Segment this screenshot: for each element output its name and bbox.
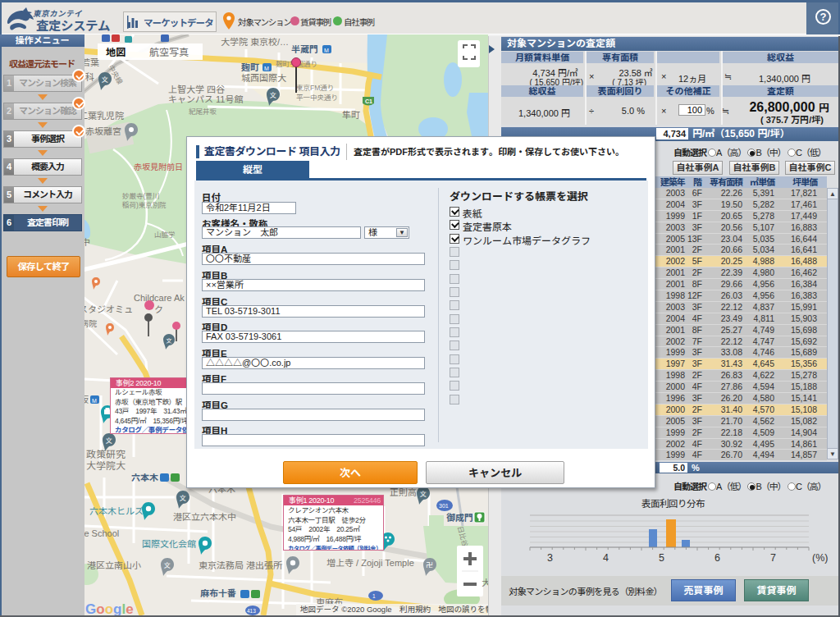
svg-text:二葉乳児院: 二葉乳児院	[84, 111, 124, 121]
svg-text:紀尾井坂: 紀尾井坂	[189, 107, 217, 116]
svg-text:隼町: 隼町	[342, 110, 360, 120]
svg-text:赤坂見附前日: 赤坂見附前日	[134, 162, 183, 171]
svg-text:六本木: 六本木	[131, 473, 158, 482]
svg-text:六本木ヒルズ: 六本木ヒルズ	[89, 506, 144, 516]
svg-text:正則高: 正則高	[390, 487, 417, 497]
svg-text:大: 大	[482, 578, 488, 587]
svg-text:東京FM通り: 東京FM通り	[296, 84, 334, 92]
svg-text:M: M	[92, 398, 97, 404]
svg-text:3: 3	[547, 552, 553, 564]
svg-text:山脇学: 山脇学	[154, 231, 176, 239]
svg-text:大学院 東京校/…: 大学院 東京校/…	[221, 37, 289, 47]
svg-text:赤坂離宮: 赤坂離宮	[85, 126, 121, 136]
svg-text:5: 5	[659, 552, 664, 564]
svg-text:中: 中	[84, 237, 90, 247]
svg-text:文: 文	[420, 491, 427, 498]
svg-text:麹町: 麹町	[241, 62, 259, 72]
svg-text:文: 文	[180, 495, 186, 502]
svg-text:スタジオミュ: スタジオミュ	[84, 304, 133, 314]
svg-text:港区立南山小: 港区立南山小	[87, 560, 141, 570]
svg-text:Google: Google	[85, 601, 134, 615]
svg-text:科: 科	[85, 72, 94, 82]
svg-text:文: 文	[167, 338, 172, 344]
svg-text:城西国際大: 城西国際大	[241, 73, 286, 83]
svg-text:413: 413	[247, 608, 256, 614]
svg-text:1: 1	[372, 593, 376, 599]
svg-text:(%): (%)	[812, 552, 828, 564]
svg-text:C1: C1	[365, 98, 372, 104]
svg-text:キャンパス 11号館: キャンパス 11号館	[168, 94, 243, 104]
svg-text:妙厳寺(豊川: 妙厳寺(豊川	[122, 192, 159, 200]
svg-text:4: 4	[603, 552, 609, 564]
svg-text:文: 文	[164, 562, 171, 569]
svg-text:病院: 病院	[84, 319, 97, 328]
svg-text:麻布十番: 麻布十番	[200, 588, 236, 598]
svg-text:文: 文	[270, 92, 276, 99]
svg-text:文: 文	[102, 76, 108, 84]
svg-text:文: 文	[106, 437, 112, 445]
svg-text:M: M	[264, 66, 269, 71]
svg-text:卍: 卍	[426, 561, 433, 569]
svg-text:東京法務局 港出張所: 東京法務局 港出張所	[199, 560, 283, 570]
svg-text:6: 6	[714, 552, 720, 564]
svg-text:7: 7	[770, 552, 776, 564]
svg-text:地図データ ©2020 Google 利用規約 地図の誤りを: 地図データ ©2020 Google 利用規約 地図の誤りを報告する	[300, 605, 488, 614]
svg-text:地図: 地図	[106, 47, 126, 58]
svg-text:平一中央通り: 平一中央通り	[296, 94, 338, 102]
svg-text:ク: ク	[154, 304, 163, 314]
svg-text:政策研究: 政策研究	[86, 449, 126, 460]
svg-text:上智大学 四谷: 上智大学 四谷	[168, 85, 225, 94]
svg-text:301: 301	[439, 503, 449, 509]
svg-text:航空写真: 航空写真	[149, 47, 189, 58]
svg-text:ie School: ie School	[84, 528, 119, 538]
svg-text:国際文化会館: 国際文化会館	[142, 539, 196, 549]
svg-text:増上寺 / Zojoji Temple: 増上寺 / Zojoji Temple	[326, 558, 414, 568]
svg-text:稲荷)東京別院: 稲荷)東京別院	[122, 201, 167, 209]
svg-text:坂: 坂	[84, 395, 89, 404]
svg-text:Childcare Ak: Childcare Ak	[134, 293, 185, 303]
svg-text:御成門: 御成門	[446, 513, 473, 523]
svg-text:港区立六本木中: 港区立六本木中	[173, 512, 236, 522]
svg-text:半蔵門: 半蔵門	[291, 44, 318, 54]
svg-text:若葉: 若葉	[84, 57, 99, 67]
svg-text:大学院大: 大学院大	[86, 460, 126, 472]
svg-text:M: M	[324, 48, 329, 53]
